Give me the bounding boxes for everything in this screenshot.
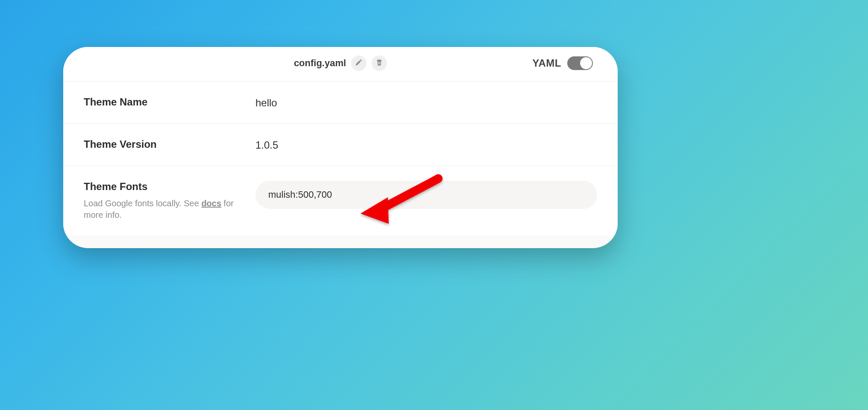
config-card: config.yaml YAML Theme Name [63,47,618,248]
card-header: config.yaml YAML [63,47,618,82]
theme-fonts-label: Theme Fonts [84,181,255,193]
header-right: YAML [532,56,593,70]
row-label-col: Theme Fonts Load Google fonts locally. S… [84,181,255,221]
row-theme-fonts: Theme Fonts Load Google fonts locally. S… [63,166,618,235]
theme-name-value: hello [255,96,597,109]
trash-icon [375,59,383,68]
edit-button[interactable] [351,56,367,71]
docs-link[interactable]: docs [201,199,221,208]
pencil-icon [355,59,363,68]
row-value-col: hello [255,96,597,109]
row-label-col: Theme Version [84,138,255,150]
toggle-knob [580,57,592,69]
row-value-col: 1.0.5 [255,138,597,151]
theme-version-value: 1.0.5 [255,138,597,151]
row-theme-name: Theme Name hello [63,82,618,124]
row-label-col: Theme Name [84,96,255,108]
header-center: config.yaml [294,56,387,71]
theme-fonts-help: Load Google fonts locally. See docs for … [84,198,238,221]
theme-version-label: Theme Version [84,138,255,150]
theme-fonts-input[interactable] [255,181,597,209]
row-value-col [255,181,597,209]
row-theme-version: Theme Version 1.0.5 [63,124,618,166]
yaml-toggle[interactable] [567,56,593,70]
yaml-mode-label: YAML [532,57,561,69]
theme-name-label: Theme Name [84,96,255,108]
card-body: Theme Name hello Theme Version 1.0.5 The… [63,82,618,235]
filename-label: config.yaml [294,58,346,69]
help-text-pre: Load Google fonts locally. See [84,199,201,208]
delete-button[interactable] [372,56,387,71]
